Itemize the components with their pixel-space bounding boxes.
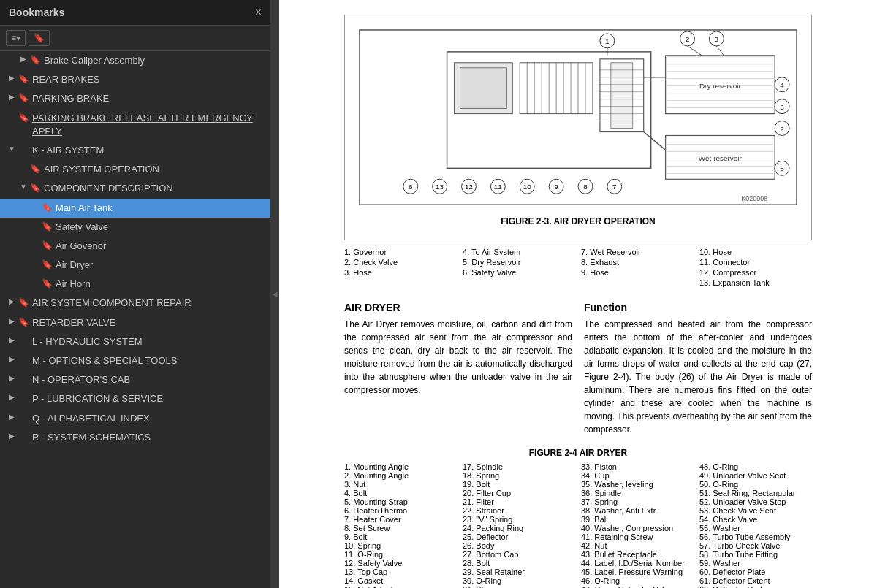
sidebar-item-label: AIR SYSTEM OPERATION	[44, 163, 265, 176]
sidebar-item-label: L - HYDRAULIC SYSTEM	[32, 335, 265, 348]
sidebar-item-parking-brake-release[interactable]: 🔖 PARKING BRAKE RELEASE AFTER EMERGENCY …	[0, 109, 270, 141]
svg-text:2: 2	[686, 35, 690, 43]
sidebar-item-label: Safety Valve	[56, 221, 265, 234]
figure-23-parts-list: 1. Governor 4. To Air System 7. Wet Rese…	[344, 248, 812, 287]
sidebar-item-parking-brake[interactable]: ▶ 🔖 PARKING BRAKE	[0, 89, 270, 108]
sidebar-item-safety-valve[interactable]: 🔖 Safety Valve	[0, 218, 270, 237]
figure-23-container: 1 2 3	[344, 15, 812, 240]
function-header: Function	[584, 302, 812, 313]
bookmark-button[interactable]: 🔖	[29, 30, 50, 46]
part-item: 5. Dry Reservoir	[463, 258, 575, 267]
resize-handle[interactable]: ◀	[270, 0, 279, 588]
part-item: 13. Expansion Tank	[699, 278, 812, 287]
svg-text:12: 12	[465, 183, 474, 191]
part-item: 9. Bolt	[344, 532, 457, 541]
part-item: 36. Spindle	[581, 489, 694, 497]
sidebar-item-l-hydraulic[interactable]: ▶ L - HYDRAULIC SYSTEM	[0, 332, 270, 351]
part-item: 10. Hose	[699, 248, 812, 256]
part-item: 30. O-Ring	[463, 576, 575, 585]
sidebar-item-brake-caliper[interactable]: ▶ 🔖 Brake Caliper Assembly	[0, 51, 270, 70]
part-item: 42. Nut	[581, 541, 694, 550]
bookmark-icon: 🔖	[41, 240, 53, 252]
air-dryer-header: AIR DRYER	[344, 302, 572, 313]
svg-text:K020008: K020008	[741, 195, 767, 202]
sidebar-item-label: Air Horn	[56, 278, 265, 291]
sidebar-item-air-horn[interactable]: 🔖 Air Horn	[0, 275, 270, 294]
sidebar-item-k-air-system[interactable]: ▼ K - AIR SYSTEM	[0, 141, 270, 160]
sidebar-item-label: Brake Caliper Assembly	[44, 54, 265, 67]
sidebar-item-label: Air Govenor	[56, 240, 265, 253]
toggle-icon: ▶	[18, 54, 29, 64]
part-item: 12. Safety Valve	[344, 559, 457, 568]
sidebar-item-label: AIR SYSTEM COMPONENT REPAIR	[32, 297, 265, 310]
toggle-icon: ▶	[6, 316, 18, 327]
part-item: 6. Heater/Thermo	[344, 506, 457, 515]
part-item: 43. Bullet Receptacle	[581, 550, 694, 559]
air-dryer-body: The Air Dryer removes moisture, oil, car…	[344, 318, 572, 397]
part-item: 21. Filter	[463, 497, 575, 506]
view-toggle-button[interactable]: ≡▾	[6, 30, 26, 46]
toggle-icon: ▶	[6, 354, 18, 364]
sidebar-title: Bookmarks	[9, 7, 64, 18]
svg-text:4: 4	[780, 81, 784, 89]
sidebar-item-rear-brakes[interactable]: ▶ 🔖 REAR BRAKES	[0, 70, 270, 89]
toggle-icon: ▶	[6, 412, 18, 422]
part-item: 25. Deflector	[463, 532, 575, 541]
part-item: 12. Compressor	[699, 268, 812, 277]
part-item: 19. Bolt	[463, 480, 575, 489]
part-item: 47. Comp Unloader Valve	[581, 585, 694, 588]
svg-rect-9	[460, 68, 507, 109]
sidebar-item-n-operator-cab[interactable]: ▶ N - OPERATOR'S CAB	[0, 370, 270, 389]
bookmark-icon: 🔖	[29, 182, 41, 194]
sidebar-item-q-alpha-index[interactable]: ▶ Q - ALPHABETICAL INDEX	[0, 409, 270, 428]
bookmark-icon: 🔖	[41, 221, 53, 233]
part-item	[463, 278, 575, 287]
sidebar-item-air-govenor[interactable]: 🔖 Air Govenor	[0, 237, 270, 256]
sidebar-item-label: COMPONENT DESCRIPTION	[44, 182, 265, 195]
sidebar-item-label: R - SYSTEM SCHEMATICS	[32, 431, 265, 444]
toggle-icon: ▼	[18, 182, 29, 192]
toggle-icon: ▶	[6, 297, 18, 307]
part-item: 44. Label, I.D./Serial Number	[581, 559, 694, 568]
close-icon[interactable]: ×	[255, 6, 262, 19]
part-item: 3. Hose	[344, 268, 457, 277]
sidebar-item-retarder-valve[interactable]: ▶ 🔖 RETARDER VALVE	[0, 313, 270, 332]
svg-text:1: 1	[605, 37, 610, 45]
sidebar-item-label: P - LUBRICATION & SERVICE	[32, 392, 265, 405]
sidebar-item-label: M - OPTIONS & SPECIAL TOOLS	[32, 354, 265, 367]
sidebar-content[interactable]: ▶ 🔖 Brake Caliper Assembly ▶ 🔖 REAR BRAK…	[0, 51, 270, 588]
sidebar-item-p-lubrication[interactable]: ▶ P - LUBRICATION & SERVICE	[0, 389, 270, 408]
part-item: 35. Washer, leveling	[581, 480, 694, 489]
sidebar-item-air-dryer[interactable]: 🔖 Air Dryer	[0, 256, 270, 275]
sidebar-item-air-system-operation[interactable]: 🔖 AIR SYSTEM OPERATION	[0, 160, 270, 179]
sidebar-item-label: Air Dryer	[56, 259, 265, 272]
part-item: 1. Mounting Angle	[344, 462, 457, 471]
toggle-icon: ▶	[6, 431, 18, 441]
part-item: 57. Turbo Check Valve	[699, 541, 812, 550]
sidebar-item-r-schematics[interactable]: ▶ R - SYSTEM SCHEMATICS	[0, 428, 270, 447]
toggle-icon: ▼	[6, 144, 18, 154]
part-item	[581, 278, 694, 287]
bookmark-icon: 🔖	[41, 259, 53, 271]
figure-24-parts-list: 1. Mounting Angle 2. Mounting Angle 3. N…	[344, 462, 812, 588]
part-item: 11. Connector	[699, 258, 812, 267]
part-item: 58. Turbo Tube Fitting	[699, 550, 812, 559]
part-item	[344, 278, 457, 287]
part-item: 7. Heater Cover	[344, 515, 457, 524]
part-item: 33. Piston	[581, 462, 694, 471]
document-page: 1 2 3	[322, 0, 834, 588]
part-item: 49. Unloader Valve Seat	[699, 471, 812, 480]
part-item: 41. Retaining Screw	[581, 532, 694, 541]
svg-text:8: 8	[583, 183, 588, 191]
sidebar-item-air-system-repair[interactable]: ▶ 🔖 AIR SYSTEM COMPONENT REPAIR	[0, 294, 270, 313]
part-item: 4. To Air System	[463, 248, 575, 256]
part-item: 15. Nut Adapter	[344, 585, 457, 588]
part-item: 27. Bottom Cap	[463, 550, 575, 559]
part-item: 37. Spring	[581, 497, 694, 506]
sidebar-item-m-options[interactable]: ▶ M - OPTIONS & SPECIAL TOOLS	[0, 351, 270, 370]
sidebar-item-component-description[interactable]: ▼ 🔖 COMPONENT DESCRIPTION	[0, 179, 270, 198]
bookmark-icon: 🔖	[41, 278, 53, 290]
function-body: The compressed and heated air from the c…	[584, 318, 812, 436]
sidebar-item-main-air-tank[interactable]: 🔖 Main Air Tank	[0, 199, 270, 218]
svg-text:Wet reservoir: Wet reservoir	[699, 154, 743, 162]
